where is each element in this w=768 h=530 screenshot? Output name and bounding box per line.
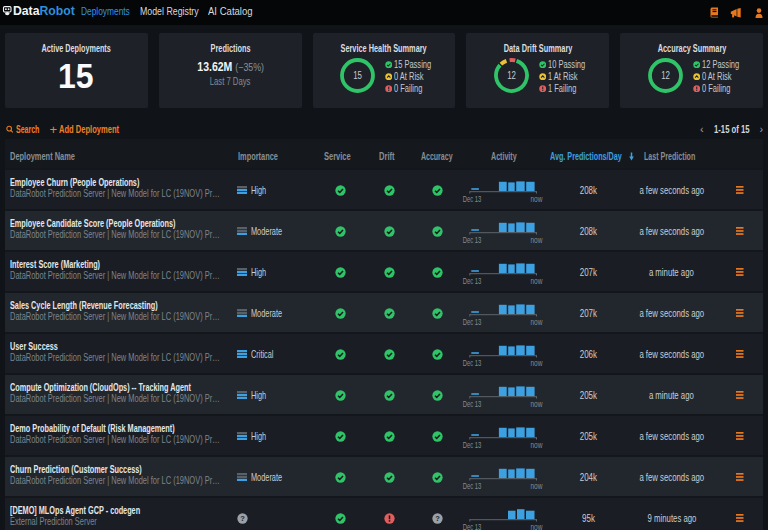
svg-text:Dec 13: Dec 13 [462, 276, 481, 286]
svg-text:now: now [530, 317, 542, 327]
svg-text:now: now [530, 440, 542, 450]
svg-text:now: now [530, 194, 542, 204]
svg-text:Dec 13: Dec 13 [462, 440, 481, 450]
svg-text:now: now [530, 481, 542, 491]
svg-text:Dec 13: Dec 13 [462, 235, 481, 245]
svg-text:Dec 13: Dec 13 [462, 358, 481, 368]
svg-text:Dec 13: Dec 13 [462, 399, 481, 409]
svg-text:Dec 13: Dec 13 [462, 481, 481, 491]
svg-text:now: now [530, 358, 542, 368]
svg-text:12: 12 [661, 70, 670, 81]
svg-text:now: now [530, 522, 542, 530]
svg-text:?: ? [240, 514, 245, 523]
svg-text:Dec 13: Dec 13 [462, 317, 481, 327]
svg-text:?: ? [435, 514, 440, 523]
svg-text:15: 15 [353, 70, 362, 81]
svg-text:now: now [530, 276, 542, 286]
svg-text:12: 12 [507, 70, 516, 81]
svg-text:Dec 13: Dec 13 [462, 194, 481, 204]
svg-text:now: now [530, 235, 542, 245]
svg-text:Dec 13: Dec 13 [462, 522, 481, 530]
svg-text:now: now [530, 399, 542, 409]
